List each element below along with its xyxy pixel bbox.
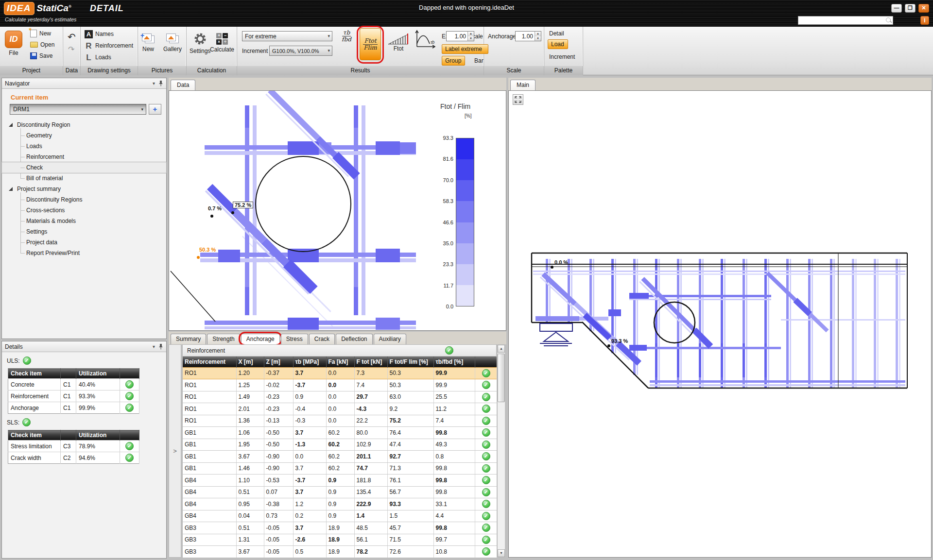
tree-node-materials-models[interactable]: Materials & models — [2, 216, 166, 226]
table-cell[interactable]: 18.9 — [326, 546, 354, 558]
table-cell[interactable]: 99.7 — [433, 534, 475, 546]
column-header[interactable]: F tot/F lim [%] — [387, 356, 433, 367]
undo-button[interactable]: ↶ — [68, 33, 76, 41]
table-cell[interactable]: 76.1 — [387, 475, 433, 487]
table-cell[interactable]: 50.3 — [387, 367, 433, 379]
table-cell[interactable]: 1.31 — [236, 534, 264, 546]
table-cell[interactable]: 92.7 — [387, 451, 433, 463]
table-cell[interactable]: -4.3 — [354, 403, 387, 415]
ftot-flim-result-button[interactable]: FtotFlim — [360, 28, 381, 60]
table-cell[interactable]: 1.2 — [293, 498, 326, 510]
tb-curve-result-button[interactable]: τb — [412, 29, 438, 50]
table-cell[interactable]: 93.3 — [387, 498, 433, 510]
table-cell[interactable]: 11.2 — [433, 403, 475, 415]
tree-node-loads[interactable]: Loads — [2, 141, 166, 152]
table-cell[interactable]: 3.7 — [293, 427, 326, 439]
table-cell[interactable]: -0.05 — [264, 534, 293, 546]
table-cell[interactable]: 201.1 — [354, 451, 387, 463]
table-row[interactable]: GB13.67-0.900.060.2201.192.70.8✓ — [183, 451, 497, 463]
table-cell[interactable]: 0.9 — [326, 510, 354, 522]
table-row[interactable]: GB11.06-0.503.760.280.076.499.8✓ — [183, 427, 497, 439]
reinforcement-toggle[interactable]: RReinforcement — [85, 41, 138, 51]
table-cell[interactable]: 80.0 — [354, 427, 387, 439]
table-cell[interactable]: 0.07 — [264, 486, 293, 498]
table-cell[interactable]: 0.0 — [326, 367, 354, 379]
table-cell[interactable]: 75.2 — [387, 415, 433, 427]
palette-detail-option[interactable]: Detail — [549, 30, 564, 37]
table-row[interactable]: GB11.46-0.903.760.274.771.399.8✓ — [183, 462, 497, 475]
column-header[interactable]: F tot [kN] — [354, 356, 387, 367]
tree-node-cross-sections[interactable]: Cross-sections — [2, 205, 166, 216]
tree-expander-icon[interactable] — [9, 187, 13, 191]
table-cell[interactable]: -0.37 — [264, 367, 293, 379]
new-button[interactable]: New — [30, 29, 54, 38]
table-cell[interactable]: 99.9 — [433, 367, 475, 379]
table-row[interactable]: AnchorageC199.9%✓ — [8, 402, 139, 414]
save-button[interactable]: Save — [30, 51, 54, 61]
table-cell[interactable]: 50.3 — [387, 379, 433, 391]
table-row[interactable]: GB31.31-0.05-2.618.956.171.599.7✓ — [183, 534, 497, 546]
tree-node-check[interactable]: Check — [2, 162, 166, 173]
table-cell[interactable]: 102.9 — [354, 439, 387, 451]
table-row[interactable]: RO12.01-0.23-0.40.0-4.39.211.2✓ — [183, 403, 497, 415]
table-cell[interactable]: 1.95 — [236, 439, 264, 451]
file-button[interactable]: ID File — [5, 31, 22, 56]
table-cell[interactable]: 29.7 — [354, 391, 387, 403]
table-cell[interactable]: 3.7 — [293, 367, 326, 379]
spinner-arrows[interactable]: ▲▼ — [535, 32, 541, 41]
table-row[interactable]: GB30.51-0.053.718.948.545.799.8✓ — [183, 522, 497, 534]
label-extreme-toggle[interactable]: Label extreme — [442, 44, 488, 54]
table-cell[interactable]: 222.9 — [354, 498, 387, 510]
table-cell[interactable]: 0.9 — [293, 391, 326, 403]
table-cell[interactable]: 0.0 — [293, 451, 326, 463]
table-cell[interactable]: -3.7 — [293, 475, 326, 487]
maximize-button[interactable]: ❐ — [905, 4, 916, 13]
table-cell[interactable]: 10.8 — [433, 546, 475, 558]
table-cell[interactable]: 1.5 — [387, 510, 433, 522]
table-row[interactable]: GB33.67-0.050.518.978.272.610.8✓ — [183, 546, 497, 558]
table-row[interactable]: Crack widthC294.6%✓ — [8, 452, 139, 464]
table-cell[interactable]: 71.5 — [387, 534, 433, 546]
table-cell[interactable]: -0.50 — [264, 427, 293, 439]
table-row[interactable]: GB40.510.073.70.9135.456.799.8✓ — [183, 486, 497, 498]
table-cell[interactable]: 7.3 — [354, 367, 387, 379]
current-item-combo[interactable]: DRM1 ▾ — [10, 104, 146, 115]
tree-node-discontinuity-regions[interactable]: Discontinuity Regions — [2, 194, 166, 205]
tab-data[interactable]: Data — [171, 80, 195, 90]
table-cell[interactable]: 9.2 — [387, 403, 433, 415]
table-cell[interactable]: -3.7 — [293, 379, 326, 391]
table-cell[interactable]: -2.6 — [293, 534, 326, 546]
open-button[interactable]: Open — [30, 40, 54, 50]
table-cell[interactable]: 0.9 — [326, 486, 354, 498]
table-cell[interactable]: GB3 — [183, 522, 236, 534]
table-scrollbar[interactable]: ▲ ▼ — [497, 344, 505, 558]
table-cell[interactable]: 45.7 — [387, 522, 433, 534]
scroll-up-button[interactable]: ▲ — [498, 345, 505, 353]
table-cell[interactable]: 1.10 — [236, 475, 264, 487]
table-cell[interactable]: 60.2 — [326, 427, 354, 439]
chevron-down-icon[interactable]: ▾ — [153, 81, 155, 86]
extreme-combo[interactable]: For extreme▾ — [242, 31, 332, 41]
table-cell[interactable]: GB4 — [183, 475, 236, 487]
table-cell[interactable]: 3.7 — [293, 486, 326, 498]
table-cell[interactable]: 47.4 — [387, 439, 433, 451]
names-toggle[interactable]: ANames — [85, 29, 138, 39]
table-cell[interactable]: RO1 — [183, 367, 236, 379]
table-cell[interactable]: 1.06 — [236, 427, 264, 439]
tree-node-project-data[interactable]: Project data — [2, 237, 166, 248]
result-tab-stress[interactable]: Stress — [281, 334, 308, 344]
table-cell[interactable]: GB1 — [183, 451, 236, 463]
table-cell[interactable]: -0.23 — [264, 391, 293, 403]
table-cell[interactable]: GB3 — [183, 546, 236, 558]
tree-node-bill-of-material[interactable]: Bill of material — [2, 173, 166, 184]
table-cell[interactable]: 0.5 — [293, 546, 326, 558]
info-button[interactable]: i — [920, 16, 929, 25]
table-cell[interactable]: 56.1 — [354, 534, 387, 546]
table-cell[interactable]: 2.01 — [236, 403, 264, 415]
table-cell[interactable]: 99.8 — [433, 486, 475, 498]
loads-toggle[interactable]: LLoads — [85, 52, 138, 62]
ftot-result-button[interactable]: Ftot — [386, 31, 411, 52]
close-button[interactable]: ✕ — [918, 4, 929, 13]
table-row[interactable]: RO11.49-0.230.90.029.763.025.5✓ — [183, 391, 497, 403]
column-header[interactable]: Reinforcement — [183, 356, 236, 367]
